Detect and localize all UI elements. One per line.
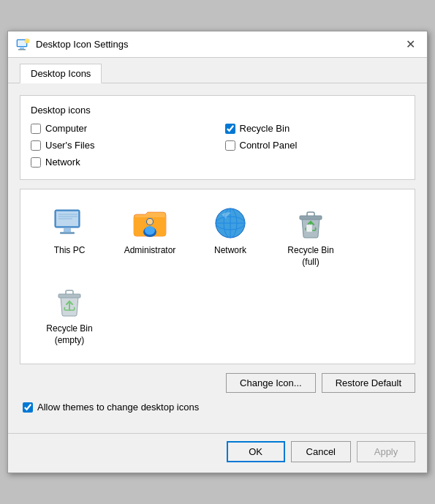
icon-recycle-full[interactable]: Recycle Bin(full) (271, 198, 351, 274)
svg-rect-21 (300, 216, 322, 219)
svg-point-14 (147, 219, 153, 225)
checkbox-user-files-input[interactable] (31, 140, 41, 151)
svg-rect-2 (18, 49, 26, 50)
icons-display-box: This PC Administrator (20, 189, 415, 364)
ok-button[interactable]: OK (227, 441, 285, 462)
checkboxes-grid: Computer Recycle Bin User's Files Contro… (31, 123, 404, 168)
svg-rect-23 (58, 294, 80, 298)
svg-rect-8 (60, 232, 75, 234)
checkbox-network[interactable]: Network (31, 157, 211, 168)
allow-themes-row: Allow themes to change desktop icons (20, 402, 415, 421)
icon-network-label: Network (214, 245, 246, 257)
footer-buttons: OK Cancel Apply (8, 441, 427, 473)
dialog-desktop-icon-settings: Desktop Icon Settings ✕ Desktop Icons De… (7, 31, 428, 473)
checkbox-computer-input[interactable] (31, 124, 41, 134)
title-bar-text: Desktop Icon Settings (36, 39, 395, 50)
tab-bar: Desktop Icons (8, 58, 427, 83)
svg-point-15 (145, 226, 155, 235)
close-button[interactable]: ✕ (401, 35, 420, 54)
checkbox-recycle-input[interactable] (225, 124, 235, 134)
icon-this-pc[interactable]: This PC (29, 198, 110, 274)
section-label: Desktop icons (31, 105, 404, 116)
icon-recycle-full-label: Recycle Bin(full) (287, 245, 333, 268)
network-icon (211, 204, 249, 242)
checkbox-user-files-label: User's Files (45, 140, 95, 151)
checkbox-network-label: Network (45, 157, 80, 168)
svg-rect-22 (306, 225, 312, 232)
icon-network[interactable]: Network (190, 198, 271, 274)
main-content: Desktop icons Computer Recycle Bin User'… (8, 83, 427, 433)
svg-rect-1 (20, 48, 24, 49)
icons-grid: This PC Administrator (29, 198, 406, 274)
dialog-icon (15, 37, 30, 52)
allow-themes-label[interactable]: Allow themes to change desktop icons (37, 402, 199, 413)
icon-administrator-label: Administrator (124, 245, 176, 257)
svg-rect-7 (64, 228, 71, 232)
title-bar: Desktop Icon Settings ✕ (8, 31, 427, 58)
cancel-button[interactable]: Cancel (291, 441, 351, 462)
bottom-divider (8, 433, 427, 434)
checkbox-user-files[interactable]: User's Files (31, 140, 211, 151)
change-icon-button[interactable]: Change Icon... (226, 373, 316, 393)
icon-action-buttons: Change Icon... Restore Default (20, 373, 415, 393)
checkbox-recycle-label: Recycle Bin (240, 123, 290, 134)
checkbox-computer[interactable]: Computer (31, 123, 211, 134)
icon-recycle-empty-label: Recycle Bin(empty) (46, 323, 92, 346)
checkbox-computer-label: Computer (45, 123, 87, 134)
desktop-icons-section: Desktop icons Computer Recycle Bin User'… (20, 95, 415, 180)
checkbox-recycle[interactable]: Recycle Bin (225, 123, 405, 134)
recycle-empty-icon (50, 282, 88, 320)
allow-themes-checkbox[interactable] (23, 402, 33, 413)
this-pc-icon (50, 204, 88, 242)
icon-this-pc-label: This PC (54, 245, 86, 257)
administrator-icon (131, 204, 169, 242)
checkbox-control-panel-input[interactable] (225, 140, 235, 151)
restore-default-button[interactable]: Restore Default (322, 373, 415, 393)
checkbox-network-input[interactable] (31, 157, 41, 168)
apply-button[interactable]: Apply (357, 441, 415, 462)
recycle-full-icon (292, 204, 330, 242)
checkbox-control-panel-label: Control Panel (240, 140, 298, 151)
icon-administrator[interactable]: Administrator (110, 198, 190, 274)
checkbox-control-panel[interactable]: Control Panel (225, 140, 405, 151)
icon-recycle-empty[interactable]: Recycle Bin(empty) (29, 277, 110, 352)
tab-desktop-icons[interactable]: Desktop Icons (20, 64, 102, 83)
